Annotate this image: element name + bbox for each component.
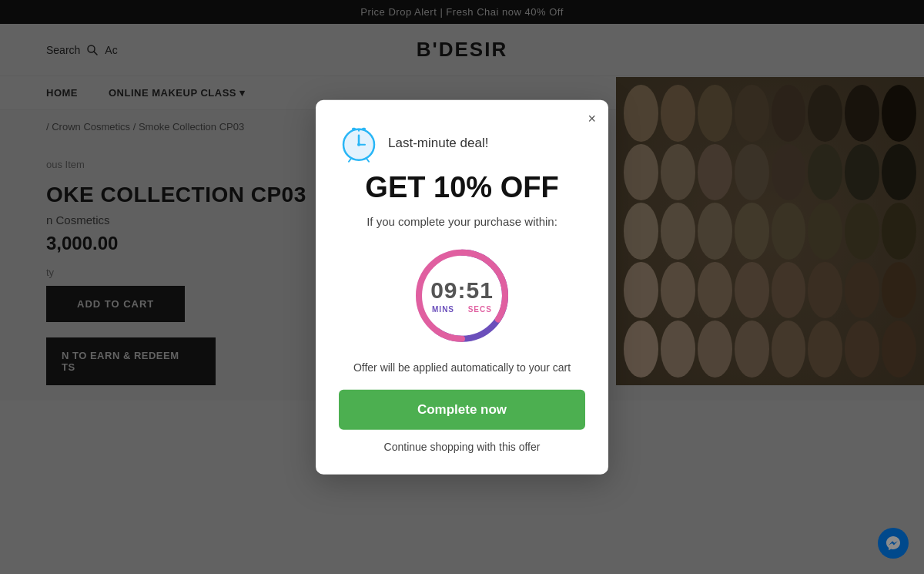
svg-rect-8	[352, 127, 356, 129]
modal-close-button[interactable]: ×	[588, 110, 596, 126]
discount-modal: × Last-minute deal! GET 10% OFF If you c…	[316, 99, 608, 475]
timer-container: 09:51 MINS SECS	[339, 246, 585, 346]
continue-shopping-link[interactable]: Continue shopping with this offer	[339, 441, 585, 453]
complete-now-button[interactable]: Complete now	[339, 390, 585, 430]
modal-tagline: Last-minute deal!	[388, 135, 488, 150]
timer-seconds: 51	[467, 277, 494, 303]
timer-secs-label: SECS	[468, 305, 492, 314]
svg-rect-9	[362, 127, 366, 129]
modal-header: Last-minute deal!	[339, 123, 585, 163]
modal-subtitle: If you complete your purchase within:	[339, 213, 585, 230]
timer-minutes: 09	[430, 277, 457, 303]
timer-display: 09:51 MINS SECS	[430, 277, 494, 314]
modal-offer-text: Offer will be applied automatically to y…	[339, 360, 585, 376]
svg-line-11	[367, 158, 369, 161]
timer-labels: MINS SECS	[430, 305, 494, 314]
svg-line-10	[349, 158, 351, 161]
timer-circle: 09:51 MINS SECS	[412, 246, 512, 346]
timer-time: 09:51	[430, 277, 494, 304]
timer-mins-label: MINS	[432, 305, 454, 314]
modal-discount-text: GET 10% OFF	[339, 170, 585, 203]
clock-icon	[339, 123, 379, 163]
